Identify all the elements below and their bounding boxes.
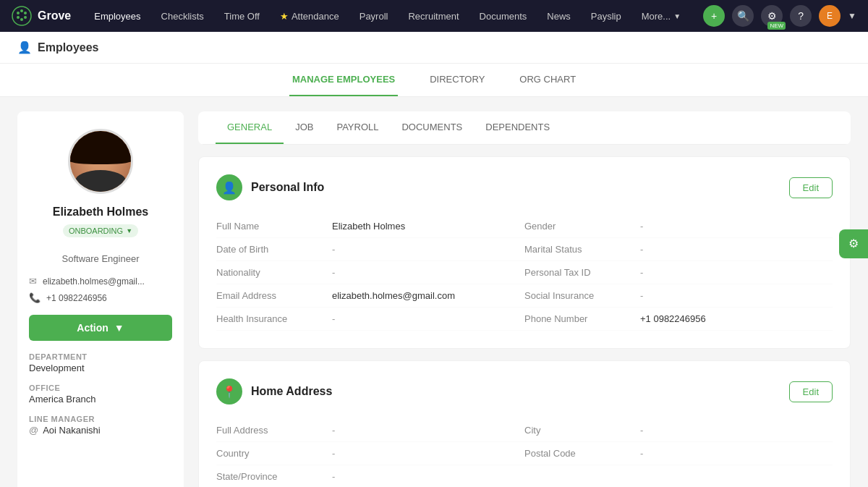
settings-fab[interactable]: ⚙ (839, 229, 868, 258)
status-chevron-icon: ▼ (126, 227, 132, 234)
subnav-manage-employees[interactable]: MANAGE EMPLOYEES (289, 64, 398, 96)
nav-attendance[interactable]: ★ Attendance (271, 7, 348, 26)
field-value-social-insurance: - (640, 290, 833, 301)
field-marital-status: Marital Status - (524, 238, 833, 261)
field-value-tax-id: - (640, 267, 833, 278)
content-area: GENERAL JOB PAYROLL DOCUMENTS DEPENDENTS… (198, 111, 851, 487)
action-chevron-icon: ▼ (114, 322, 124, 334)
field-label-full-address: Full Address (216, 425, 332, 436)
help-button[interactable]: ? (790, 5, 812, 27)
field-value-nationality: - (332, 267, 524, 278)
personal-info-title: Personal Info (251, 181, 324, 194)
nav-payroll[interactable]: Payroll (351, 7, 397, 26)
settings-fab-icon: ⚙ (848, 237, 859, 250)
field-label-health-insurance: Health Insurance (216, 313, 332, 324)
field-value-state: - (332, 471, 524, 482)
tab-payroll[interactable]: PAYROLL (325, 111, 390, 144)
home-address-edit-button[interactable]: Edit (789, 381, 833, 402)
svg-point-5 (20, 18, 23, 21)
personal-info-section: 👤 Personal Info Edit Full Name Elizabeth… (198, 156, 851, 349)
field-value-full-address: - (332, 425, 524, 436)
nav-documents[interactable]: Documents (471, 7, 536, 26)
avatar-container (29, 129, 172, 194)
user-avatar[interactable]: E (819, 5, 841, 27)
email-value: elizabeth.holmes@gmail... (43, 276, 145, 287)
field-label-email: Email Address (216, 290, 332, 301)
nav-time-off[interactable]: Time Off (216, 7, 268, 26)
personal-info-right-col: Gender - Marital Status - Personal Tax I… (524, 215, 833, 331)
department-label: DEPARTMENT (29, 352, 172, 361)
settings-button[interactable]: ⚙ NEW (761, 5, 783, 27)
tab-documents[interactable]: DOCUMENTS (390, 111, 474, 144)
field-full-address: Full Address - (216, 419, 524, 442)
search-button[interactable]: 🔍 (732, 5, 754, 27)
field-gender: Gender - (524, 215, 833, 238)
field-health-insurance: Health Insurance - (216, 308, 524, 331)
subnav-directory[interactable]: DIRECTORY (427, 64, 488, 96)
field-phone: Phone Number +1 0982246956 (524, 308, 833, 331)
home-address-title-group: 📍 Home Address (216, 378, 332, 405)
nav-right: + 🔍 ⚙ NEW ? E ▼ (703, 5, 856, 27)
employee-role: Software Engineer (29, 253, 172, 264)
personal-info-edit-button[interactable]: Edit (789, 177, 833, 198)
phone-icon: 📞 (29, 292, 41, 303)
nav-checklists[interactable]: Checklists (153, 7, 213, 26)
content-tabs: GENERAL JOB PAYROLL DOCUMENTS DEPENDENTS (198, 111, 851, 145)
tab-general[interactable]: GENERAL (216, 111, 284, 144)
nav-employees[interactable]: Employees (85, 7, 149, 26)
field-state: State/Province - (216, 465, 524, 487)
field-label-nationality: Nationality (216, 267, 332, 278)
logo-text: Grove (38, 9, 71, 22)
nav-payslip[interactable]: Payslip (582, 7, 630, 26)
page-title: Employees (38, 41, 98, 54)
employee-sidebar: Elizabeth Holmes ONBOARDING ▼ Software E… (17, 111, 184, 487)
field-value-country: - (332, 448, 524, 459)
avatar-chevron[interactable]: ▼ (848, 11, 856, 21)
field-value-phone: +1 0982246956 (640, 313, 833, 324)
field-label-dob: Date of Birth (216, 244, 332, 255)
field-label-phone: Phone Number (524, 313, 640, 324)
personal-info-header: 👤 Personal Info Edit (216, 174, 833, 200)
svg-point-4 (24, 16, 27, 19)
content-card: GENERAL JOB PAYROLL DOCUMENTS DEPENDENTS (198, 111, 851, 145)
employees-icon: 👤 (17, 41, 32, 54)
email-icon: ✉ (29, 276, 37, 287)
add-button[interactable]: + (703, 5, 725, 27)
meta-section: DEPARTMENT Development OFFICE America Br… (29, 352, 172, 436)
field-value-health-insurance: - (332, 313, 524, 324)
tab-dependents[interactable]: DEPENDENTS (474, 111, 561, 144)
breadcrumb-bar: 👤 Employees (0, 32, 868, 64)
main-content: Elizabeth Holmes ONBOARDING ▼ Software E… (0, 97, 868, 487)
field-label-full-name: Full Name (216, 221, 332, 232)
svg-point-3 (24, 12, 27, 14)
nav-recruitment[interactable]: Recruitment (399, 7, 467, 26)
status-badge[interactable]: ONBOARDING ▼ (63, 224, 138, 237)
tab-job[interactable]: JOB (284, 111, 325, 144)
nav-news[interactable]: News (538, 7, 579, 26)
field-postal-code: Postal Code - (524, 442, 833, 465)
field-value-postal-code: - (640, 448, 833, 459)
field-label-social-insurance: Social Insurance (524, 290, 640, 301)
at-icon: @ (29, 425, 38, 436)
avatar (68, 129, 133, 194)
subnav-org-chart[interactable]: ORG CHART (516, 64, 579, 96)
logo[interactable]: Grove (12, 6, 71, 26)
field-label-postal-code: Postal Code (524, 448, 640, 459)
field-city: City - (524, 419, 833, 442)
field-country: Country - (216, 442, 524, 465)
home-address-header: 📍 Home Address Edit (216, 378, 833, 405)
personal-info-title-group: 👤 Personal Info (216, 174, 324, 200)
home-address-right-col: City - Postal Code - (524, 419, 833, 487)
phone-contact: 📞 +1 0982246956 (29, 292, 172, 303)
nav-more[interactable]: More... ▼ (633, 7, 689, 26)
svg-point-1 (17, 12, 20, 14)
field-label-marital-status: Marital Status (524, 244, 640, 255)
field-value-marital-status: - (640, 244, 833, 255)
personal-info-fields: Full Name Elizabeth Holmes Date of Birth… (216, 215, 833, 331)
field-email: Email Address elizabeth.holmes@gmail.com (216, 284, 524, 308)
svg-point-0 (12, 7, 31, 25)
field-full-name: Full Name Elizabeth Holmes (216, 215, 524, 238)
navigation: Grove Employees Checklists Time Off ★ At… (0, 0, 868, 32)
svg-point-2 (20, 9, 23, 12)
action-button[interactable]: Action ▼ (29, 315, 172, 341)
